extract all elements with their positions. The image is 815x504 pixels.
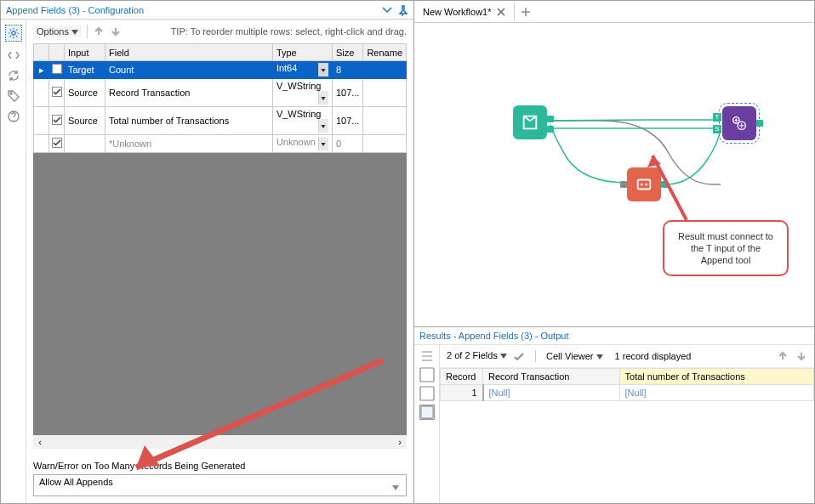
svg-point-0 bbox=[11, 31, 14, 35]
col-total-transactions[interactable]: Total number of Transactions bbox=[619, 369, 813, 385]
table-row[interactable]: Source Total number of Transactions V_WS… bbox=[34, 107, 407, 135]
col-field[interactable]: Field bbox=[105, 44, 273, 61]
workflow-tabs: New Workflow1* bbox=[414, 1, 814, 23]
results-table[interactable]: Record Record Transaction Total number o… bbox=[440, 368, 814, 401]
col-record[interactable]: Record bbox=[441, 369, 483, 385]
table-row[interactable]: 1 [Null] [Null] bbox=[441, 385, 814, 401]
fields-grid[interactable]: Input Field Type Size Rename ▸ bbox=[33, 43, 407, 449]
cell-viewer-button[interactable]: Cell Viewer bbox=[546, 351, 603, 361]
input-tool-node[interactable] bbox=[513, 105, 547, 139]
t-input-port[interactable]: T bbox=[713, 113, 721, 122]
filter-tool-node[interactable] bbox=[627, 167, 661, 201]
next-button[interactable] bbox=[795, 350, 807, 362]
warn-error-select[interactable]: Allow All Appends bbox=[33, 474, 407, 496]
workflow-canvas[interactable]: T S Result must connect to the T input o… bbox=[414, 23, 814, 326]
chevron-down-icon[interactable] bbox=[381, 4, 393, 16]
output-port[interactable] bbox=[547, 116, 554, 122]
configuration-panel: Append Fields (3) - Configuration Option… bbox=[1, 1, 414, 503]
svg-rect-12 bbox=[420, 368, 434, 382]
prev-button[interactable] bbox=[777, 350, 789, 362]
svg-rect-3 bbox=[52, 65, 61, 74]
records-displayed-text: 1 record displayed bbox=[615, 351, 692, 361]
results-side-toolbar bbox=[414, 345, 440, 503]
close-icon[interactable] bbox=[497, 8, 505, 16]
output-port[interactable] bbox=[756, 120, 763, 127]
new-tab-button[interactable] bbox=[515, 7, 537, 17]
gear-icon[interactable] bbox=[5, 25, 22, 42]
input-port[interactable] bbox=[620, 181, 627, 188]
s-anchor-icon[interactable] bbox=[419, 386, 435, 401]
move-up-button[interactable] bbox=[93, 25, 105, 37]
annotation-callout: Result must connect to the T input of th… bbox=[663, 220, 789, 276]
col-type[interactable]: Type bbox=[272, 44, 332, 61]
output-port[interactable] bbox=[661, 181, 668, 188]
svg-point-9 bbox=[645, 184, 647, 186]
svg-point-8 bbox=[641, 184, 643, 186]
results-toolbar: 2 of 2 Fields Cell Viewer 1 record displ… bbox=[440, 345, 814, 368]
svg-rect-14 bbox=[420, 406, 432, 418]
chevron-down-icon bbox=[392, 482, 399, 492]
code-icon[interactable] bbox=[7, 48, 20, 62]
results-header: Results - Append Fields (3) - Output bbox=[414, 327, 814, 345]
panel-header: Append Fields (3) - Configuration bbox=[1, 1, 413, 20]
output-anchor-icon[interactable] bbox=[419, 405, 435, 420]
horizontal-scrollbar[interactable]: ‹› bbox=[33, 435, 407, 449]
col-size[interactable]: Size bbox=[332, 44, 363, 61]
fields-selector[interactable]: 2 of 2 Fields bbox=[447, 350, 525, 361]
chevron-down-icon bbox=[71, 26, 78, 37]
config-toolbar: Options TIP: To reorder multiple rows: s… bbox=[26, 20, 413, 43]
refresh-icon[interactable] bbox=[7, 69, 20, 82]
svg-point-1 bbox=[10, 93, 12, 94]
move-down-button[interactable] bbox=[110, 25, 122, 37]
col-rename[interactable]: Rename bbox=[363, 44, 407, 61]
tag-icon[interactable] bbox=[7, 89, 20, 103]
table-row[interactable]: *Unknown Unknown 0 bbox=[34, 135, 407, 153]
side-toolbar bbox=[1, 20, 26, 503]
warn-label: Warn/Error on Too Many Records Being Gen… bbox=[33, 461, 407, 471]
workflow-panel: New Workflow1* bbox=[414, 1, 814, 503]
s-input-port[interactable]: S bbox=[713, 125, 721, 133]
col-record-transaction[interactable]: Record Transaction bbox=[483, 369, 620, 385]
table-row[interactable]: ▸ Target Count Int64 8 bbox=[34, 61, 407, 79]
type-dropdown bbox=[318, 63, 328, 76]
output-port[interactable] bbox=[547, 126, 554, 133]
pin-icon[interactable] bbox=[396, 4, 408, 16]
help-icon[interactable] bbox=[7, 110, 20, 123]
tip-text: TIP: To reorder multiple rows: select, r… bbox=[171, 26, 407, 37]
t-anchor-icon[interactable] bbox=[419, 367, 435, 382]
svg-rect-7 bbox=[638, 180, 651, 190]
results-panel: Results - Append Fields (3) - Output 2 o… bbox=[414, 326, 814, 503]
panel-title: Append Fields (3) - Configuration bbox=[6, 5, 144, 15]
col-input[interactable]: Input bbox=[65, 44, 105, 61]
type-dropdown bbox=[318, 91, 328, 105]
svg-rect-13 bbox=[420, 387, 434, 400]
messages-icon[interactable] bbox=[419, 348, 435, 364]
type-dropdown bbox=[318, 137, 328, 150]
tab-workflow[interactable]: New Workflow1* bbox=[414, 3, 515, 20]
type-dropdown bbox=[318, 119, 328, 133]
append-tool-node[interactable]: T S bbox=[722, 106, 756, 140]
table-row[interactable]: Source Record Transaction V_WString 107.… bbox=[34, 79, 407, 107]
options-button[interactable]: Options bbox=[33, 25, 82, 37]
check-all[interactable] bbox=[49, 44, 65, 61]
